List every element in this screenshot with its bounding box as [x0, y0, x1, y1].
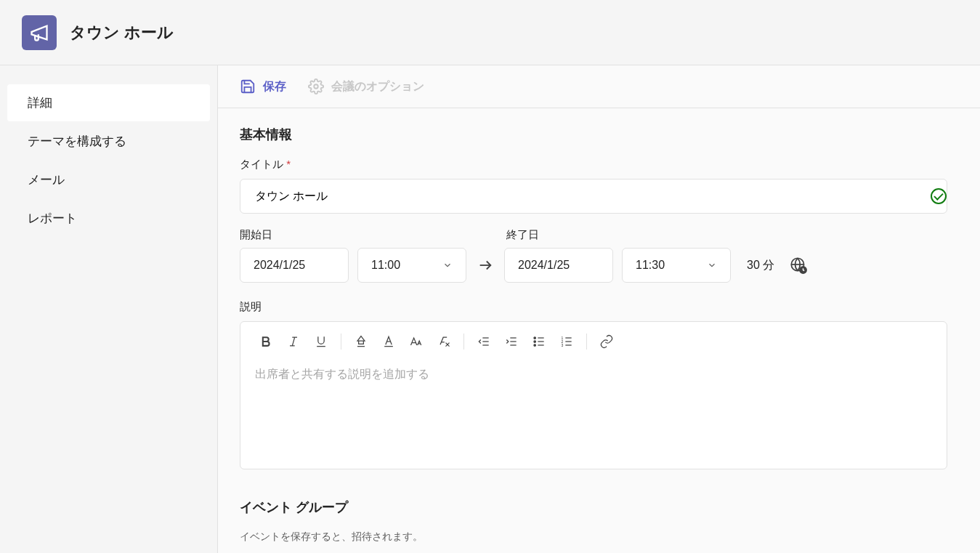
save-button-label: 保存: [263, 79, 286, 94]
sidebar-item-label: テーマを構成する: [28, 134, 126, 148]
event-group-heading: イベント グループ: [240, 498, 958, 516]
toolbar: 保存 会議のオプション: [218, 65, 980, 108]
font-size-button[interactable]: [404, 331, 429, 352]
start-time-select[interactable]: 11:00: [357, 248, 466, 283]
sidebar-item-report[interactable]: レポート: [7, 200, 210, 237]
end-time-select[interactable]: 11:30: [622, 248, 731, 283]
title-label: タイトル *: [240, 158, 958, 171]
editor-toolbar: 123: [240, 322, 947, 361]
start-date-input[interactable]: 2024/1/25: [240, 248, 349, 283]
chevron-down-icon: [442, 260, 453, 270]
indent-button[interactable]: [499, 331, 524, 352]
meeting-options-button: 会議のオプション: [308, 78, 424, 94]
start-date-label: 開始日: [240, 228, 482, 242]
event-group-description: イベントを保存すると、招待されます。: [240, 530, 958, 544]
highlight-button[interactable]: [349, 331, 373, 352]
svg-point-24: [534, 344, 536, 347]
main-content: 保存 会議のオプション 基本情報 タイトル * 開始日: [218, 65, 980, 553]
svg-line-6: [292, 337, 294, 346]
chevron-down-icon: [707, 260, 717, 270]
duration-text: 30 分: [747, 258, 774, 273]
clear-format-button[interactable]: [432, 331, 456, 352]
numbered-list-button[interactable]: 123: [554, 331, 579, 352]
page-title: タウン ホール: [70, 22, 174, 44]
sidebar-item-label: レポート: [28, 211, 77, 225]
title-input[interactable]: [240, 179, 947, 214]
check-circle-icon: [931, 188, 947, 204]
arrow-right-icon: [477, 257, 494, 274]
sidebar-item-details[interactable]: 詳細: [7, 84, 210, 121]
megaphone-icon: [22, 15, 57, 50]
description-textarea[interactable]: 出席者と共有する説明を追加する: [240, 361, 947, 448]
separator: [341, 334, 341, 350]
description-label: 説明: [240, 300, 958, 314]
italic-button[interactable]: [281, 331, 306, 352]
meeting-options-label: 会議のオプション: [331, 79, 424, 94]
underline-button[interactable]: [309, 331, 333, 352]
globe-clock-icon[interactable]: [789, 256, 808, 275]
outdent-button[interactable]: [471, 331, 496, 352]
description-editor: 123 出席者と共有する説明を追加する: [240, 321, 947, 469]
separator: [463, 334, 464, 350]
svg-point-22: [534, 337, 536, 339]
save-button[interactable]: 保存: [240, 78, 286, 94]
sidebar-item-mail[interactable]: メール: [7, 161, 210, 198]
end-date-label: 終了日: [506, 228, 748, 242]
svg-text:3: 3: [562, 343, 564, 347]
font-color-button[interactable]: [376, 331, 401, 352]
bold-button[interactable]: [254, 331, 278, 352]
separator: [586, 334, 587, 350]
basic-info-heading: 基本情報: [240, 126, 958, 143]
sidebar-item-label: メール: [28, 173, 65, 187]
sidebar-item-theme[interactable]: テーマを構成する: [7, 123, 210, 160]
link-button[interactable]: [594, 331, 619, 352]
sidebar-item-label: 詳細: [28, 96, 52, 110]
bullet-list-button[interactable]: [527, 331, 551, 352]
app-header: タウン ホール: [0, 0, 980, 65]
svg-point-0: [314, 84, 318, 89]
required-indicator: *: [286, 158, 291, 170]
end-date-input[interactable]: 2024/1/25: [504, 248, 613, 283]
svg-point-23: [534, 341, 536, 343]
sidebar: 詳細 テーマを構成する メール レポート: [0, 65, 218, 553]
